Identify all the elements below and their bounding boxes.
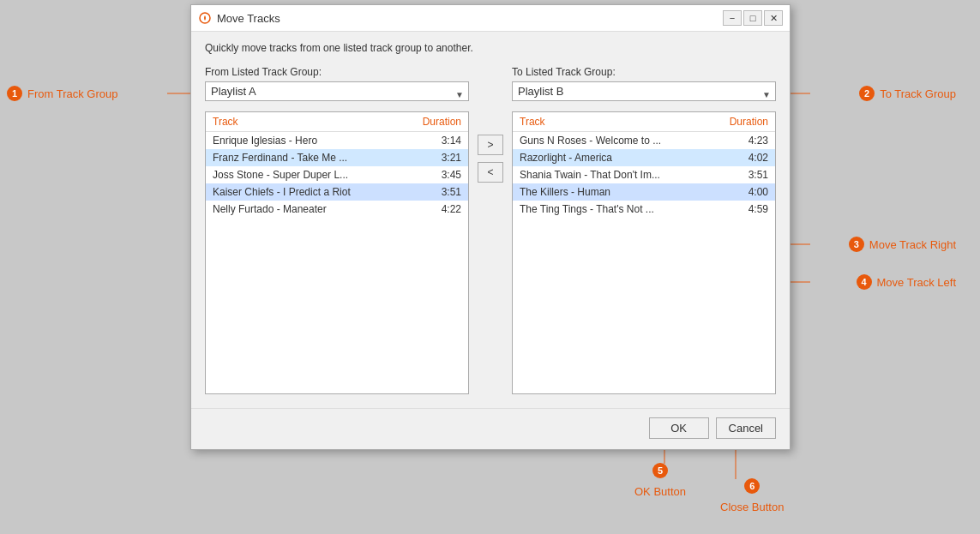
annotation-move-right: Move Track Right 3 bbox=[849, 237, 956, 252]
track-name: Joss Stone - Super Duper L... bbox=[213, 169, 348, 181]
app-icon bbox=[198, 11, 212, 25]
track-duration: 3:51 bbox=[749, 169, 768, 181]
track-name: The Killers - Human bbox=[520, 186, 610, 198]
table-row[interactable]: Nelly Furtado - Maneater 4:22 bbox=[206, 201, 468, 218]
to-track-col-header: Track bbox=[520, 116, 545, 128]
track-duration: 4:23 bbox=[749, 135, 768, 147]
track-name: Kaiser Chiefs - I Predict a Riot bbox=[213, 186, 351, 198]
annotation-ok: 5 OK Button bbox=[634, 463, 686, 498]
maximize-button[interactable]: □ bbox=[743, 10, 762, 26]
from-track-group-dropdown[interactable]: Playlist A Playlist B bbox=[205, 81, 469, 101]
from-duration-col-header: Duration bbox=[423, 116, 461, 128]
to-dropdown-wrapper: Playlist A Playlist B ▼ bbox=[512, 81, 776, 106]
dialog-body: Quickly move tracks from one listed trac… bbox=[191, 32, 790, 406]
from-dropdown-wrapper: Playlist A Playlist B ▼ bbox=[205, 81, 469, 106]
dialog-subtitle: Quickly move tracks from one listed trac… bbox=[205, 42, 776, 54]
to-column: To Listed Track Group: Playlist A Playli… bbox=[512, 66, 776, 394]
annotation-move-left: Move Track Left 4 bbox=[857, 274, 956, 290]
table-row[interactable]: Joss Stone - Super Duper L... 3:45 bbox=[206, 166, 468, 183]
table-row[interactable]: Franz Ferdinand - Take Me ... 3:21 bbox=[206, 149, 468, 166]
table-row[interactable]: The Killers - Human 4:00 bbox=[513, 183, 775, 201]
badge-4: 4 bbox=[857, 274, 872, 290]
move-right-button[interactable]: > bbox=[478, 135, 503, 155]
from-track-header: Track Duration bbox=[206, 112, 468, 132]
track-duration: 4:00 bbox=[749, 186, 768, 198]
annotation-move-right-label: Move Track Right bbox=[869, 238, 956, 251]
to-track-header: Track Duration bbox=[513, 112, 775, 132]
window-close-button[interactable]: ✕ bbox=[764, 10, 783, 26]
to-track-list[interactable]: Track Duration Guns N Roses - Welcome to… bbox=[512, 111, 776, 394]
annotation-from-track-label: From Track Group bbox=[27, 87, 117, 100]
track-name: Franz Ferdinand - Take Me ... bbox=[213, 152, 347, 164]
cancel-button[interactable]: Cancel bbox=[716, 417, 776, 439]
table-row[interactable]: Enrique Iglesias - Hero 3:14 bbox=[206, 132, 468, 149]
minimize-button[interactable]: − bbox=[723, 10, 742, 26]
dialog-title: Move Tracks bbox=[217, 12, 280, 25]
annotation-close: 6 Close Button bbox=[720, 478, 784, 513]
track-name: Shania Twain - That Don't Im... bbox=[520, 169, 660, 181]
title-bar-buttons: − □ ✕ bbox=[723, 10, 783, 26]
title-bar: Move Tracks − □ ✕ bbox=[191, 5, 790, 32]
to-duration-col-header: Duration bbox=[730, 116, 768, 128]
track-duration: 3:45 bbox=[442, 169, 461, 181]
from-track-list[interactable]: Track Duration Enrique Iglesias - Hero 3… bbox=[205, 111, 469, 394]
dialog-window: Move Tracks − □ ✕ Quickly move tracks fr… bbox=[190, 4, 791, 450]
from-column-label: From Listed Track Group: bbox=[205, 66, 469, 78]
annotation-move-left-label: Move Track Left bbox=[877, 276, 956, 289]
annotation-close-label: Close Button bbox=[720, 501, 784, 513]
columns-container: From Listed Track Group: Playlist A Play… bbox=[205, 66, 776, 394]
move-left-button[interactable]: < bbox=[478, 162, 503, 183]
table-row[interactable]: Guns N Roses - Welcome to ... 4:23 bbox=[513, 132, 775, 149]
track-name: Razorlight - America bbox=[520, 152, 612, 164]
track-duration: 3:51 bbox=[442, 186, 461, 198]
track-name: Guns N Roses - Welcome to ... bbox=[520, 135, 661, 147]
badge-5: 5 bbox=[652, 463, 668, 478]
table-row[interactable]: Razorlight - America 4:02 bbox=[513, 149, 775, 166]
table-row[interactable]: The Ting Tings - That's Not ... 4:59 bbox=[513, 201, 775, 218]
track-name: Nelly Furtado - Maneater bbox=[213, 203, 327, 215]
middle-buttons: > < bbox=[469, 66, 512, 183]
annotation-ok-label: OK Button bbox=[634, 485, 686, 498]
table-row[interactable]: Kaiser Chiefs - I Predict a Riot 3:51 bbox=[206, 183, 468, 201]
badge-3: 3 bbox=[849, 237, 864, 252]
from-track-col-header: Track bbox=[213, 116, 238, 128]
annotation-to-track-group: To Track Group 2 bbox=[859, 86, 956, 101]
track-duration: 4:22 bbox=[442, 203, 461, 215]
badge-1: 1 bbox=[7, 86, 22, 101]
track-duration: 4:02 bbox=[749, 152, 768, 164]
badge-6: 6 bbox=[744, 478, 760, 494]
from-column: From Listed Track Group: Playlist A Play… bbox=[205, 66, 469, 394]
to-column-label: To Listed Track Group: bbox=[512, 66, 776, 78]
track-name: The Ting Tings - That's Not ... bbox=[520, 203, 654, 215]
track-name: Enrique Iglesias - Hero bbox=[213, 135, 317, 147]
title-bar-left: Move Tracks bbox=[198, 11, 280, 25]
annotation-from-track-group: 1 From Track Group bbox=[7, 86, 117, 101]
annotation-to-track-label: To Track Group bbox=[880, 87, 956, 100]
track-duration: 4:59 bbox=[749, 203, 768, 215]
track-duration: 3:14 bbox=[442, 135, 461, 147]
track-duration: 3:21 bbox=[442, 152, 461, 164]
table-row[interactable]: Shania Twain - That Don't Im... 3:51 bbox=[513, 166, 775, 183]
ok-button[interactable]: OK bbox=[649, 417, 709, 439]
dialog-footer: OK Cancel bbox=[191, 408, 790, 449]
badge-2: 2 bbox=[859, 86, 875, 101]
to-track-group-dropdown[interactable]: Playlist A Playlist B bbox=[512, 81, 776, 101]
